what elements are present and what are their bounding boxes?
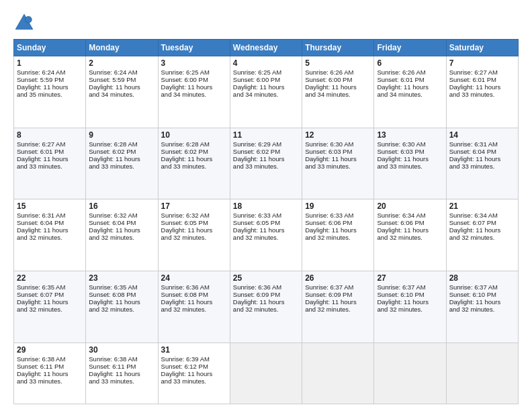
cell-line: Sunset: 6:06 PM xyxy=(377,219,443,226)
day-number: 29 xyxy=(17,345,83,355)
day-header-sunday: Sunday xyxy=(14,40,86,56)
cell-line: Daylight: 11 hours xyxy=(305,226,371,234)
calendar-table: SundayMondayTuesdayWednesdayThursdayFrid… xyxy=(13,39,519,404)
calendar-cell: 20Sunrise: 6:34 AMSunset: 6:06 PMDayligh… xyxy=(374,199,446,271)
cell-line: and 33 minutes. xyxy=(89,377,154,385)
cell-line: Sunrise: 6:37 AM xyxy=(449,283,515,291)
cell-line: Sunrise: 6:32 AM xyxy=(161,212,227,219)
logo xyxy=(13,12,38,34)
calendar-cell: 19Sunrise: 6:33 AMSunset: 6:06 PMDayligh… xyxy=(302,199,374,271)
calendar-cell: 1Sunrise: 6:24 AMSunset: 5:59 PMDaylight… xyxy=(14,56,86,128)
cell-line: Sunset: 6:10 PM xyxy=(449,291,515,298)
cell-line: Sunrise: 6:29 AM xyxy=(233,140,299,148)
day-number: 27 xyxy=(377,273,443,283)
cell-line: Daylight: 11 hours xyxy=(305,155,371,163)
cell-line: Daylight: 11 hours xyxy=(161,226,227,234)
calendar-cell: 9Sunrise: 6:28 AMSunset: 6:02 PMDaylight… xyxy=(86,128,158,199)
cell-line: and 34 minutes. xyxy=(89,91,154,98)
cell-line: Sunset: 6:02 PM xyxy=(89,148,154,155)
cell-line: and 32 minutes. xyxy=(89,306,154,313)
day-header-saturday: Saturday xyxy=(446,40,518,56)
cell-line: Sunset: 5:59 PM xyxy=(89,76,154,83)
calendar-cell: 15Sunrise: 6:31 AMSunset: 6:04 PMDayligh… xyxy=(14,199,86,271)
cell-line: Sunrise: 6:36 AM xyxy=(161,283,227,291)
cell-line: Sunset: 6:04 PM xyxy=(449,148,515,155)
cell-line: Daylight: 11 hours xyxy=(377,83,443,91)
cell-line: Sunrise: 6:27 AM xyxy=(17,140,83,148)
cell-line: and 32 minutes. xyxy=(305,234,371,241)
cell-line: Sunrise: 6:37 AM xyxy=(377,283,443,291)
cell-line: Sunrise: 6:32 AM xyxy=(89,212,154,219)
day-number: 15 xyxy=(17,201,83,211)
cell-line: Daylight: 11 hours xyxy=(17,370,83,377)
cell-line: and 34 minutes. xyxy=(377,91,443,98)
day-number: 7 xyxy=(449,58,515,68)
cell-line: and 32 minutes. xyxy=(161,306,227,313)
calendar-cell: 4Sunrise: 6:25 AMSunset: 6:00 PMDaylight… xyxy=(230,56,302,128)
day-number: 21 xyxy=(449,201,515,211)
cell-line: Daylight: 11 hours xyxy=(449,226,515,234)
day-header-thursday: Thursday xyxy=(302,40,374,56)
cell-line: Sunrise: 6:30 AM xyxy=(305,140,371,148)
cell-line: Sunrise: 6:38 AM xyxy=(17,355,83,363)
day-number: 22 xyxy=(17,273,83,283)
day-number: 25 xyxy=(233,273,299,283)
cell-line: Daylight: 11 hours xyxy=(449,155,515,163)
day-number: 3 xyxy=(161,58,227,68)
cell-line: Sunset: 6:01 PM xyxy=(17,148,83,155)
cell-line: and 35 minutes. xyxy=(17,91,83,98)
cell-line: Daylight: 11 hours xyxy=(17,155,83,163)
cell-line: and 32 minutes. xyxy=(233,306,299,313)
day-number: 11 xyxy=(233,130,299,140)
cell-line: Sunset: 6:06 PM xyxy=(305,219,371,226)
cell-line: Daylight: 11 hours xyxy=(17,226,83,234)
cell-line: and 32 minutes. xyxy=(17,306,83,313)
header xyxy=(13,12,519,34)
cell-line: Daylight: 11 hours xyxy=(233,298,299,306)
cell-line: Sunset: 6:02 PM xyxy=(233,148,299,155)
cell-line: and 33 minutes. xyxy=(17,377,83,385)
cell-line: Sunset: 6:08 PM xyxy=(89,291,154,298)
cell-line: Sunrise: 6:25 AM xyxy=(233,68,299,76)
calendar-cell: 6Sunrise: 6:26 AMSunset: 6:01 PMDaylight… xyxy=(374,56,446,128)
cell-line: Sunrise: 6:39 AM xyxy=(161,355,227,363)
cell-line: Sunrise: 6:35 AM xyxy=(89,283,154,291)
calendar-cell: 24Sunrise: 6:36 AMSunset: 6:08 PMDayligh… xyxy=(158,271,230,343)
cell-line: and 33 minutes. xyxy=(305,163,371,170)
cell-line: and 32 minutes. xyxy=(17,234,83,241)
day-number: 26 xyxy=(305,273,371,283)
day-number: 10 xyxy=(161,130,227,140)
cell-line: and 33 minutes. xyxy=(377,163,443,170)
cell-line: Daylight: 11 hours xyxy=(305,83,371,91)
day-header-wednesday: Wednesday xyxy=(230,40,302,56)
day-number: 8 xyxy=(17,130,83,140)
cell-line: Daylight: 11 hours xyxy=(233,83,299,91)
cell-line: Daylight: 11 hours xyxy=(89,83,154,91)
calendar-cell: 30Sunrise: 6:38 AMSunset: 6:11 PMDayligh… xyxy=(86,342,158,404)
cell-line: Sunset: 6:01 PM xyxy=(449,76,515,83)
calendar-cell: 2Sunrise: 6:24 AMSunset: 5:59 PMDaylight… xyxy=(86,56,158,128)
cell-line: Sunset: 6:12 PM xyxy=(161,363,227,370)
day-number: 1 xyxy=(17,58,83,68)
logo-icon xyxy=(13,12,35,34)
calendar-cell: 8Sunrise: 6:27 AMSunset: 6:01 PMDaylight… xyxy=(14,128,86,199)
cell-line: Sunrise: 6:35 AM xyxy=(17,283,83,291)
cell-line: Sunrise: 6:24 AM xyxy=(17,68,83,76)
day-number: 16 xyxy=(89,201,154,211)
cell-line: Sunset: 6:08 PM xyxy=(161,291,227,298)
cell-line: Sunset: 6:07 PM xyxy=(449,219,515,226)
cell-line: and 32 minutes. xyxy=(449,234,515,241)
calendar-cell: 26Sunrise: 6:37 AMSunset: 6:09 PMDayligh… xyxy=(302,271,374,343)
cell-line: Daylight: 11 hours xyxy=(377,155,443,163)
cell-line: and 32 minutes. xyxy=(449,306,515,313)
cell-line: Sunrise: 6:31 AM xyxy=(17,212,83,219)
cell-line: Sunrise: 6:27 AM xyxy=(449,68,515,76)
calendar-cell xyxy=(446,342,518,404)
calendar-cell xyxy=(374,342,446,404)
calendar-cell: 16Sunrise: 6:32 AMSunset: 6:04 PMDayligh… xyxy=(86,199,158,271)
day-number: 23 xyxy=(89,273,154,283)
day-header-friday: Friday xyxy=(374,40,446,56)
cell-line: Sunset: 6:09 PM xyxy=(233,291,299,298)
cell-line: Sunset: 6:02 PM xyxy=(161,148,227,155)
cell-line: Sunset: 6:05 PM xyxy=(233,219,299,226)
